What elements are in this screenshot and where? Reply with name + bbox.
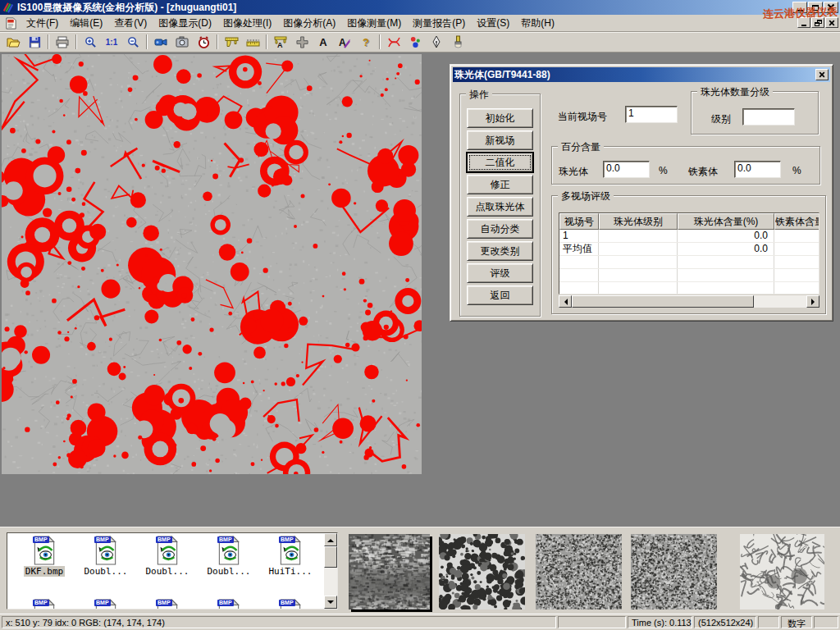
file-item[interactable]: BMP bbox=[77, 599, 135, 609]
menu-image-analysis[interactable]: 图像分析(A) bbox=[277, 15, 341, 32]
new-field-button[interactable]: 新视场 bbox=[467, 130, 533, 150]
dialog-close-button[interactable] bbox=[815, 69, 829, 80]
correct-button[interactable]: 修正 bbox=[467, 175, 533, 194]
rating-table[interactable]: 视场号 珠光体级别 珠光体含量(%) 铁素体含量(%) 1 0.0 平均值 0.… bbox=[559, 212, 819, 294]
menu-view[interactable]: 查看(V) bbox=[108, 15, 153, 32]
auto-classify-button[interactable]: 自动分类 bbox=[467, 219, 533, 239]
grade-button[interactable]: 评级 bbox=[467, 263, 533, 283]
file-item[interactable]: BMP bbox=[200, 599, 258, 609]
multi-view-group: 多视场评级 视场号 珠光体级别 珠光体含量(%) 铁素体含量(%) 1 0.0 … bbox=[551, 195, 826, 314]
actual-size-button[interactable]: 1:1 bbox=[101, 33, 122, 51]
file-item[interactable]: BMP Doubl... bbox=[77, 536, 135, 577]
zoom-in-button[interactable] bbox=[80, 33, 101, 51]
table-horizontal-scrollbar[interactable] bbox=[559, 295, 819, 308]
app-icon bbox=[2, 2, 14, 13]
operation-group-label: 操作 bbox=[466, 88, 492, 102]
percent-group: 百分含量 珠光体 0.0 % 铁素体 0.0 % bbox=[551, 146, 820, 185]
child-minimize-button[interactable] bbox=[797, 17, 810, 28]
menu-settings[interactable]: 设置(S) bbox=[471, 15, 515, 32]
file-item[interactable]: BMP Doubl... bbox=[200, 536, 258, 577]
measure-text-button[interactable]: A bbox=[270, 33, 291, 51]
pearlite-percent-input[interactable]: 0.0 bbox=[603, 161, 650, 178]
menu-help[interactable]: 帮助(H) bbox=[515, 15, 560, 32]
photo-camera-button[interactable] bbox=[171, 33, 193, 51]
scroll-left-button[interactable] bbox=[559, 295, 572, 308]
file-item[interactable]: BMP bbox=[16, 599, 73, 609]
menu-report[interactable]: 测量报告(P) bbox=[407, 15, 471, 32]
print-button[interactable] bbox=[52, 33, 73, 51]
file-list[interactable]: BMP DKF.bmp BMP Doubl... BMP Doubl... BM… bbox=[7, 532, 338, 609]
edit-text-button[interactable]: A bbox=[334, 33, 355, 51]
bottom-panel: BMP DKF.bmp BMP Doubl... BMP Doubl... BM… bbox=[0, 527, 840, 614]
minimize-button[interactable] bbox=[792, 2, 807, 13]
header-ferrite-content: 铁素体含量(%) bbox=[774, 213, 819, 230]
title-bar: IS100显微摄像系统(金相分析版) - [zhuguangti01] bbox=[0, 0, 840, 15]
thumbnail-5[interactable] bbox=[740, 534, 824, 609]
measure-text-icon: A bbox=[274, 36, 287, 48]
arrow-right-icon bbox=[811, 299, 818, 305]
close-button[interactable] bbox=[824, 2, 838, 13]
file-name[interactable]: HuiTi... bbox=[267, 566, 314, 577]
file-item[interactable]: BMP bbox=[139, 599, 196, 609]
child-close-button[interactable] bbox=[825, 17, 838, 28]
move-cross-button[interactable] bbox=[291, 33, 313, 51]
return-button[interactable]: 返回 bbox=[467, 285, 533, 305]
scroll-down-button[interactable] bbox=[324, 596, 337, 609]
table-row[interactable]: 平均值 0.0 bbox=[559, 243, 819, 256]
dialog-title-bar[interactable]: 珠光体(GB/T9441-88) bbox=[453, 67, 830, 82]
open-folder-button[interactable] bbox=[2, 33, 24, 51]
pick-pearlite-button[interactable]: 点取珠光体 bbox=[467, 197, 533, 217]
scrollbar-thumb[interactable] bbox=[324, 546, 337, 568]
thumbnail-2[interactable] bbox=[439, 534, 525, 609]
thumbnail-4[interactable] bbox=[631, 534, 717, 609]
file-item[interactable]: BMP DKF.bmp bbox=[16, 536, 73, 577]
save-button[interactable] bbox=[24, 33, 45, 51]
metallograph-image[interactable] bbox=[2, 54, 422, 474]
file-name[interactable]: Doubl... bbox=[206, 566, 253, 577]
file-item[interactable]: BMP Doubl... bbox=[139, 536, 196, 577]
binarize-button[interactable]: 二值化 bbox=[467, 153, 533, 172]
file-item[interactable]: BMP bbox=[262, 599, 319, 609]
ruler-button[interactable] bbox=[242, 33, 263, 51]
scroll-right-button[interactable] bbox=[806, 295, 819, 308]
file-item[interactable]: BMP HuiTi... bbox=[262, 536, 319, 577]
percent-group-label: 百分含量 bbox=[558, 140, 604, 154]
file-list-scrollbar[interactable] bbox=[324, 533, 337, 609]
menu-edit[interactable]: 编辑(E) bbox=[64, 15, 108, 32]
zoom-out-button[interactable] bbox=[122, 33, 144, 51]
menu-image-process[interactable]: 图像处理(I) bbox=[217, 15, 277, 32]
child-restore-button[interactable] bbox=[811, 17, 824, 28]
scroll-up-button[interactable] bbox=[324, 533, 337, 546]
close-icon bbox=[828, 4, 834, 11]
change-class-button[interactable]: 更改类别 bbox=[467, 241, 533, 261]
phase-particles-button[interactable] bbox=[404, 33, 426, 51]
caliper-button[interactable] bbox=[221, 33, 242, 51]
grade-level-input[interactable] bbox=[742, 108, 795, 126]
timer-clock-button[interactable] bbox=[193, 33, 214, 51]
curve-measure-button[interactable] bbox=[383, 33, 404, 51]
scrollbar-thumb[interactable] bbox=[572, 295, 754, 308]
thumbnail-3[interactable] bbox=[536, 534, 622, 609]
paint-brush-button[interactable] bbox=[447, 33, 468, 51]
ruler-icon bbox=[246, 37, 260, 48]
pen-marker-button[interactable] bbox=[426, 33, 447, 51]
video-camera-button[interactable] bbox=[150, 33, 171, 51]
status-spacer bbox=[558, 616, 626, 628]
menu-image-display[interactable]: 图像显示(D) bbox=[153, 15, 217, 32]
file-name[interactable]: DKF.bmp bbox=[24, 566, 65, 577]
document-icon[interactable] bbox=[5, 17, 17, 30]
file-name[interactable]: Doubl... bbox=[83, 566, 130, 577]
table-row[interactable]: 1 0.0 bbox=[559, 230, 819, 243]
menu-image-measure[interactable]: 图像测量(M) bbox=[341, 15, 407, 32]
file-name[interactable]: Doubl... bbox=[144, 566, 191, 577]
initialize-button[interactable]: 初始化 bbox=[467, 108, 533, 128]
svg-text:A: A bbox=[277, 41, 283, 48]
open-folder-icon bbox=[7, 36, 21, 48]
current-view-input[interactable]: 1 bbox=[625, 106, 678, 123]
thumbnail-1[interactable] bbox=[349, 534, 430, 609]
help-button[interactable]: ? bbox=[355, 33, 377, 51]
ferrite-percent-input[interactable]: 0.0 bbox=[734, 161, 781, 178]
text-label-button[interactable]: A bbox=[313, 33, 334, 51]
menu-file[interactable]: 文件(F) bbox=[21, 15, 64, 32]
maximize-button[interactable] bbox=[808, 2, 823, 13]
